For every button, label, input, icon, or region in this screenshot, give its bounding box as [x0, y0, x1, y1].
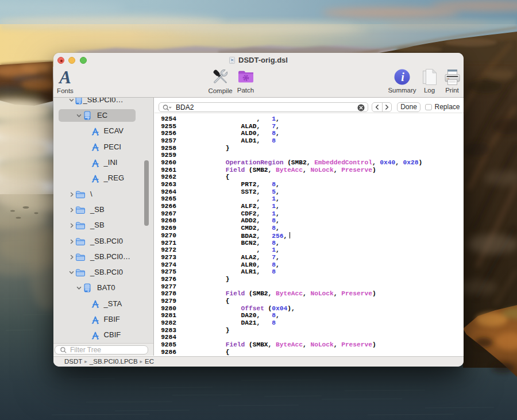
svg-text:i: i	[401, 71, 404, 83]
